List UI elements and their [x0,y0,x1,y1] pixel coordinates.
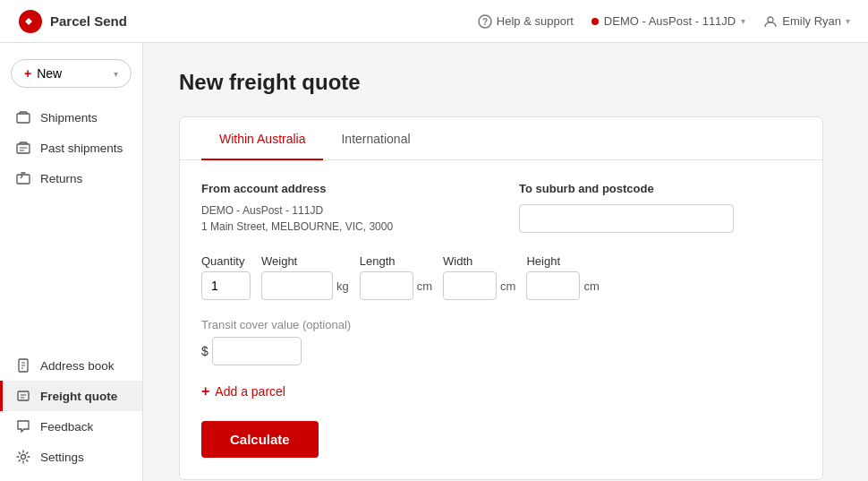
shipments-label: Shipments [40,111,98,125]
quantity-label: Quantity [201,254,251,268]
new-button[interactable]: +New ▾ [11,59,132,88]
demo-dot-icon [591,18,599,25]
returns-icon [15,170,31,186]
add-parcel-plus-icon: + [201,383,209,399]
sidebar-item-freight-quote[interactable]: Freight quote [0,381,142,411]
weight-input[interactable] [261,271,333,300]
add-parcel-button[interactable]: + Add a parcel [201,383,801,399]
width-input[interactable] [443,271,497,300]
help-support-link[interactable]: ? Help & support [478,14,574,29]
width-group: Width cm [443,254,515,300]
length-input[interactable] [360,271,413,300]
new-chevron-icon: ▾ [114,69,118,79]
app-name: Parcel Send [50,13,127,29]
width-label: Width [443,254,515,268]
sidebar-bottom: Address book Freight quote Feedback [0,350,142,472]
svg-rect-5 [17,144,30,153]
sidebar-item-returns[interactable]: Returns [0,163,142,193]
width-input-wrap: cm [443,271,515,300]
from-label: From account address [201,182,483,195]
height-unit: cm [583,279,599,293]
tabs: Within Australia International [180,117,822,160]
calculate-button[interactable]: Calculate [201,421,319,458]
to-suburb-postcode-input[interactable] [519,204,734,233]
question-icon: ? [478,14,492,29]
returns-label: Returns [40,172,82,185]
address-book-label: Address book [40,359,115,373]
height-label: Height [526,254,599,268]
svg-rect-4 [17,114,30,123]
logo-area: Parcel Send [18,9,127,34]
svg-point-9 [21,455,26,460]
length-label: Length [360,254,432,268]
svg-rect-8 [18,391,29,400]
quote-form: From account address DEMO - AusPost - 11… [180,160,822,479]
user-label: Emily Ryan [782,14,841,28]
sidebar-item-shipments[interactable]: Shipments [0,102,142,133]
freight-quote-icon [15,388,31,404]
top-navigation: Parcel Send ? Help & support DEMO - AusP… [0,0,868,43]
quote-card: Within Australia International From acco… [179,116,823,480]
dimensions-row: Quantity Weight kg Length [201,254,801,300]
weight-label: Weight [261,254,349,268]
svg-rect-6 [17,175,30,184]
from-account: DEMO - AusPost - 111JD [201,204,483,217]
transit-label: Transit cover value (optional) [201,318,801,331]
transit-input-wrap: $ [201,337,801,365]
top-nav-right: ? Help & support DEMO - AusPost - 111JD … [478,14,850,29]
add-parcel-label: Add a parcel [215,384,285,399]
settings-label: Settings [40,451,84,464]
tab-within-australia[interactable]: Within Australia [201,117,323,160]
svg-point-3 [768,17,773,22]
past-shipments-label: Past shipments [40,142,123,155]
length-group: Length cm [360,254,432,300]
sidebar-item-feedback[interactable]: Feedback [0,411,142,442]
to-address-group: To suburb and postcode [519,182,801,233]
transit-cover-input[interactable] [212,337,302,365]
sidebar-item-settings[interactable]: Settings [0,442,142,472]
logo-icon [18,9,43,34]
from-address: 1 Main Street, MELBOURNE, VIC, 3000 [201,220,483,233]
width-unit: cm [500,279,515,293]
height-input-wrap: cm [526,271,599,300]
feedback-icon [15,418,31,434]
sidebar-item-address-book[interactable]: Address book [0,350,142,381]
shipments-icon [15,109,31,125]
svg-text:?: ? [482,17,488,27]
feedback-label: Feedback [40,420,93,434]
freight-quote-label: Freight quote [40,390,117,403]
settings-icon [15,449,31,465]
sidebar-item-past-shipments[interactable]: Past shipments [0,133,142,163]
transit-row: Transit cover value (optional) $ [201,318,801,365]
length-unit: cm [417,279,432,293]
tab-international[interactable]: International [323,117,428,160]
help-label: Help & support [497,14,574,28]
page-title: New freight quote [179,70,832,95]
from-address-group: From account address DEMO - AusPost - 11… [201,182,483,233]
past-shipments-icon [15,140,31,156]
weight-group: Weight kg [261,254,349,300]
dollar-sign: $ [201,344,208,358]
sidebar: +New ▾ Shipments Past shipments [0,43,143,481]
to-label: To suburb and postcode [519,182,801,195]
user-menu[interactable]: Emily Ryan ▾ [763,14,850,29]
main-content: New freight quote Within Australia Inter… [143,43,868,481]
demo-label: DEMO - AusPost - 111JD [604,14,736,28]
chevron-down-icon: ▾ [741,16,745,26]
weight-unit: kg [336,279,349,293]
user-chevron-icon: ▾ [846,16,850,26]
quantity-input[interactable] [201,271,251,300]
address-book-icon [15,357,31,374]
transit-optional: (optional) [302,318,351,331]
user-icon [763,14,778,29]
quantity-group: Quantity [201,254,251,300]
height-input[interactable] [526,271,580,300]
address-row: From account address DEMO - AusPost - 11… [201,182,801,233]
demo-account-selector[interactable]: DEMO - AusPost - 111JD ▾ [591,14,745,28]
weight-input-wrap: kg [261,271,349,300]
length-input-wrap: cm [360,271,432,300]
height-group: Height cm [526,254,599,300]
